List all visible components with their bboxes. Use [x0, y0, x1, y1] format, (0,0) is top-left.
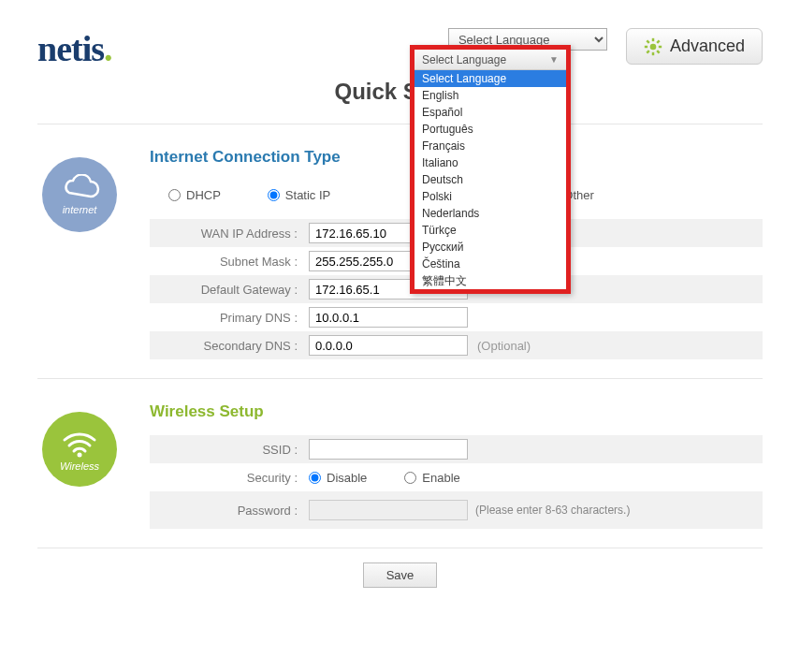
language-option[interactable]: Polski	[415, 188, 566, 205]
logo-text: netis	[37, 29, 104, 68]
password-label: Password :	[150, 504, 309, 518]
sec-dns-label: Secondary DNS :	[150, 339, 309, 353]
security-label: Security :	[150, 471, 309, 485]
advanced-button[interactable]: Advanced	[626, 28, 763, 65]
advanced-label: Advanced	[670, 37, 745, 56]
internet-badge-label: internet	[63, 204, 97, 215]
svg-line-5	[647, 40, 649, 43]
logo-dot: .	[104, 29, 112, 68]
language-option[interactable]: Čeština	[415, 256, 566, 272]
language-dropdown-open[interactable]: Select Language ▼ Select LanguageEnglish…	[410, 45, 571, 294]
wifi-icon	[59, 427, 100, 459]
radio-static[interactable]: Static IP	[268, 188, 330, 202]
internet-badge: internet	[42, 157, 117, 232]
cloud-icon	[59, 174, 100, 202]
radio-sec-disable[interactable]: Disable	[309, 471, 367, 485]
language-option[interactable]: Select Language	[415, 70, 566, 87]
password-input[interactable]	[309, 500, 468, 520]
logo: netis.	[37, 28, 112, 69]
save-button[interactable]: Save	[363, 562, 438, 588]
language-option[interactable]: Español	[415, 104, 566, 121]
svg-point-0	[650, 43, 657, 50]
language-option[interactable]: Русский	[415, 239, 566, 256]
pri-dns-input[interactable]	[309, 307, 468, 328]
language-option[interactable]: Nederlands	[415, 205, 566, 222]
wan-ip-label: WAN IP Address :	[150, 226, 309, 241]
language-option[interactable]: Türkçe	[415, 222, 566, 239]
language-option[interactable]: Italiano	[415, 154, 566, 171]
wireless-badge: Wireless	[42, 412, 117, 487]
wireless-badge-label: Wireless	[60, 460, 99, 472]
header: netis. Select Language Advanced	[37, 28, 763, 69]
ssid-label: SSID :	[150, 443, 309, 457]
sec-dns-input[interactable]	[309, 335, 468, 356]
wireless-section: Wireless Wireless Setup SSID : Security …	[37, 378, 763, 548]
optional-text: (Optional)	[477, 339, 531, 353]
gear-icon	[644, 37, 662, 56]
language-dropdown-list: Select LanguageEnglishEspañolPortuguêsFr…	[415, 70, 566, 289]
language-option[interactable]: Français	[415, 138, 566, 154]
subnet-label: Subnet Mask :	[150, 255, 309, 269]
language-option[interactable]: English	[415, 87, 566, 104]
pri-dns-label: Primary DNS :	[150, 311, 309, 325]
svg-line-7	[647, 51, 649, 52]
radio-dhcp[interactable]: DHCP	[168, 188, 221, 202]
chevron-down-icon: ▼	[549, 54, 559, 65]
radio-sec-enable[interactable]: Enable	[404, 471, 459, 485]
svg-line-8	[657, 40, 660, 43]
language-dropdown-header[interactable]: Select Language ▼	[415, 50, 566, 70]
language-option[interactable]: Português	[415, 121, 566, 138]
svg-line-6	[657, 51, 660, 52]
wireless-title: Wireless Setup	[150, 402, 763, 421]
gateway-label: Default Gateway :	[150, 283, 309, 297]
password-hint: (Please enter 8-63 characters.)	[475, 504, 630, 517]
internet-section: internet Internet Connection Type DHCP S…	[37, 124, 763, 378]
language-option[interactable]: 繁體中文	[415, 272, 566, 289]
ssid-input[interactable]	[309, 439, 468, 460]
svg-point-9	[78, 453, 82, 458]
page-title: Quick Setup	[37, 79, 763, 105]
language-option[interactable]: Deutsch	[415, 171, 566, 188]
